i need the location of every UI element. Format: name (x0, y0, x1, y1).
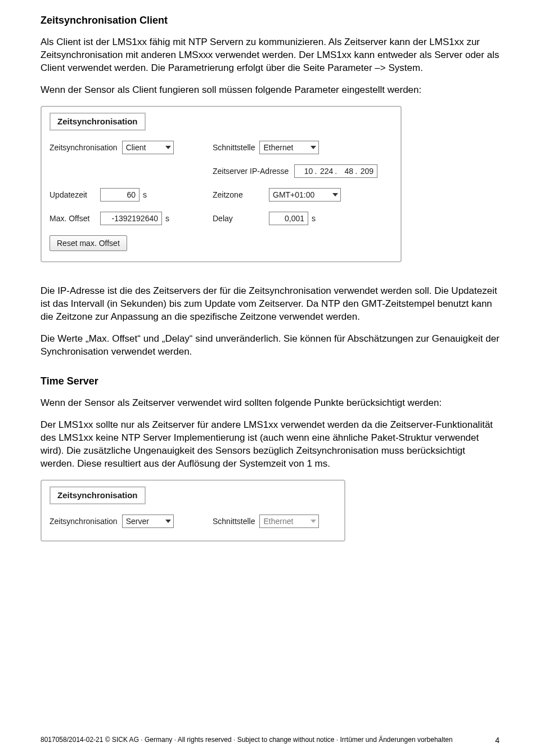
ip-octet-4: 209 (359, 166, 374, 177)
page-footer: 8017058/2014-02-21 © SICK AG · Germany ·… (40, 735, 500, 746)
config-panel-client: Zeitsynchronisation Zeitsynchronisation … (40, 106, 402, 262)
chevron-down-icon (310, 146, 316, 149)
panel-title: Zeitsynchronisation (50, 486, 146, 504)
schnittstelle-value: Ethernet (263, 142, 293, 153)
delay-input[interactable]: 0,001 (269, 212, 308, 225)
updatezeit-input[interactable]: 60 (100, 188, 140, 202)
ip-label: Zeitserver IP-Adresse (213, 166, 289, 177)
ip-input[interactable]: 10. 224. 48. 209 (294, 164, 377, 178)
schnittstelle-label: Schnittstelle (213, 516, 255, 527)
zeitsync-select[interactable]: Client (122, 141, 174, 154)
chevron-down-icon (165, 146, 171, 149)
heading-zeitsync-client: Zeitsynchronisation Client (40, 14, 500, 27)
ip-octet-2: 224 (318, 166, 333, 177)
chevron-down-icon (332, 193, 338, 196)
zeitsync-value: Server (126, 516, 149, 527)
ip-octet-3: 48 (339, 166, 353, 177)
zeitzone-select[interactable]: GMT+01:00 (269, 188, 341, 202)
panel-title: Zeitsynchronisation (50, 113, 146, 131)
zeitsync-label: Zeitsynchronisation (50, 516, 118, 527)
delay-label: Delay (213, 213, 269, 224)
config-panel-server: Zeitsynchronisation Zeitsynchronisation … (40, 480, 345, 542)
zeitsync-label: Zeitsynchronisation (50, 142, 118, 153)
schnittstelle-label: Schnittstelle (213, 142, 255, 153)
paragraph: Wenn der Sensor als Client fungieren sol… (40, 84, 500, 97)
updatezeit-label: Updatezeit (50, 190, 100, 200)
zeitsync-select[interactable]: Server (122, 515, 174, 528)
zeitzone-value: GMT+01:00 (273, 190, 314, 200)
paragraph: Die Werte „Max. Offset“ und „Delay“ sind… (40, 333, 500, 359)
unit-seconds: s (165, 213, 169, 224)
ip-octet-1: 10 (298, 166, 313, 177)
paragraph: Die IP-Adresse ist die des Zeitservers d… (40, 285, 500, 324)
paragraph: Der LMS1xx sollte nur als Zeitserver für… (40, 419, 500, 471)
schnittstelle-select-disabled: Ethernet (259, 515, 319, 528)
unit-seconds: s (312, 213, 316, 224)
zeitsync-value: Client (126, 142, 146, 153)
heading-time-server: Time Server (40, 374, 500, 388)
chevron-down-icon (310, 520, 316, 523)
paragraph: Wenn der Sensor als Zeitserver verwendet… (40, 397, 500, 410)
zeitzone-label: Zeitzone (213, 190, 269, 200)
maxoffset-label: Max. Offset (50, 213, 100, 224)
paragraph: Als Client ist der LMS1xx fähig mit NTP … (40, 36, 500, 75)
maxoffset-input[interactable]: -1392192640 (100, 212, 162, 225)
schnittstelle-select[interactable]: Ethernet (259, 141, 319, 154)
reset-max-offset-button[interactable]: Reset max. Offset (50, 235, 127, 251)
page-number: 4 (495, 735, 500, 746)
footer-text: 8017058/2014-02-21 © SICK AG · Germany ·… (40, 735, 453, 746)
unit-seconds: s (143, 190, 147, 200)
schnittstelle-value: Ethernet (263, 516, 293, 527)
chevron-down-icon (165, 520, 171, 523)
